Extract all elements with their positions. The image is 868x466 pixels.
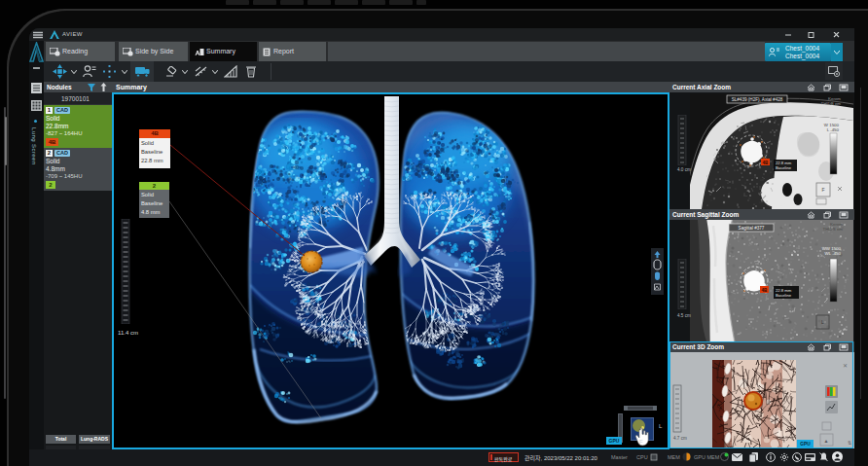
svg-text:GPU: GPU (800, 442, 811, 447)
svg-text:Baseline: Baseline (776, 293, 792, 298)
svg-text:Baseline: Baseline (776, 165, 792, 170)
svg-text:SL#439 (H2F), Axial #428: SL#439 (H2F), Axial #428 (732, 97, 783, 102)
svg-text:4B: 4B (762, 288, 769, 293)
svg-text:✕: ✕ (843, 363, 848, 369)
svg-text:THIDB em: THIDB em (823, 227, 844, 232)
svg-text:4.7 cm: 4.7 cm (673, 436, 687, 441)
svg-text:F: F (821, 187, 824, 193)
svg-text:L: L (821, 319, 824, 325)
svg-text:L -450: L -450 (827, 127, 840, 132)
svg-text:⇅: ⇅ (848, 440, 851, 446)
svg-text:WL -450: WL -450 (825, 251, 842, 256)
svg-text:▲: ▲ (824, 438, 829, 444)
svg-text:Sagittal #377: Sagittal #377 (739, 226, 765, 231)
svg-text:4B: 4B (763, 161, 770, 165)
svg-text:THIDB em: THIDB em (821, 101, 842, 106)
